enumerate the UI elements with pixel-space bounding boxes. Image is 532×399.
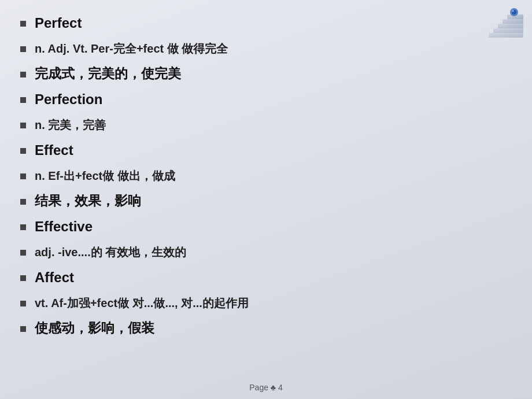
svg-rect-2 — [498, 24, 523, 28]
bullet-icon — [17, 45, 29, 53]
list-item: vt. Af-加强+fect做 对...做..., 对...的起作用 — [17, 290, 515, 316]
list-item: Effect — [17, 138, 515, 163]
list-item: 完成式，完美的，使完美 — [17, 61, 515, 87]
list-item: 结果，效果，影响 — [17, 189, 515, 214]
footer: Page ♣ 4 — [0, 378, 532, 399]
bullet-icon — [17, 71, 29, 79]
bullet-text: n. Ef-出+fect做 做出，做成 — [35, 168, 175, 183]
bullet-text: vt. Af-加强+fect做 对...做..., 对...的起作用 — [35, 295, 249, 311]
bullet-text: Effective — [35, 217, 93, 235]
content-area: Perfectn. Adj. Vt. Per-完全+fect 做 做得完全完成式… — [0, 0, 532, 378]
bullet-text: Perfect — [35, 14, 82, 32]
bullet-icon — [17, 147, 29, 155]
bullet-icon — [17, 223, 29, 231]
bullet-icon — [17, 198, 29, 206]
bullet-text: Effect — [35, 141, 73, 159]
slide: Perfectn. Adj. Vt. Per-完全+fect 做 做得完全完成式… — [0, 0, 532, 399]
list-item: Perfection — [17, 87, 515, 112]
decoration-image — [478, 3, 527, 52]
svg-point-7 — [512, 10, 514, 12]
bullet-icon — [17, 249, 29, 257]
bullet-text: 完成式，完美的，使完美 — [35, 65, 181, 83]
bullet-text: n. Adj. Vt. Per-完全+fect 做 做得完全 — [35, 41, 228, 56]
list-item: n. Adj. Vt. Per-完全+fect 做 做得完全 — [17, 36, 515, 61]
list-item: Perfect — [17, 10, 515, 36]
svg-rect-1 — [503, 19, 523, 24]
bullet-icon — [17, 96, 29, 104]
svg-rect-3 — [493, 28, 523, 33]
bullet-icon — [17, 274, 29, 282]
list-item: Effective — [17, 214, 515, 239]
svg-rect-4 — [489, 33, 523, 38]
bullet-text: n. 完美，完善 — [35, 117, 106, 132]
bullet-icon — [17, 121, 29, 130]
list-item: Affect — [17, 265, 515, 290]
bullet-text: 使感动，影响，假装 — [35, 320, 154, 337]
bullet-icon — [17, 20, 29, 28]
bullet-text: Perfection — [35, 90, 102, 108]
list-item: adj. -ive....的 有效地，生效的 — [17, 239, 515, 265]
list-item: n. Ef-出+fect做 做出，做成 — [17, 163, 515, 189]
bullet-icon — [17, 172, 29, 180]
bullet-icon — [17, 325, 29, 333]
bullet-text: 结果，效果，影响 — [35, 193, 141, 210]
list-item: n. 完美，完善 — [17, 112, 515, 138]
list-item: 使感动，影响，假装 — [17, 316, 515, 341]
bullet-text: Affect — [35, 268, 74, 286]
bullet-text: adj. -ive....的 有效地，生效的 — [35, 245, 186, 260]
bullet-icon — [17, 300, 29, 308]
